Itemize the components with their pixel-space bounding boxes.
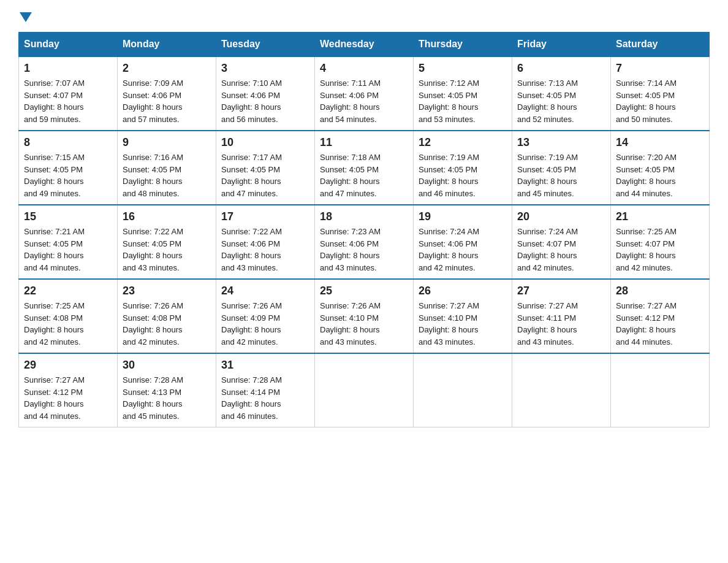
day-number: 23 (123, 285, 211, 297)
week-row-4: 22 Sunrise: 7:25 AM Sunset: 4:08 PM Dayl… (19, 279, 710, 353)
day-number: 22 (24, 285, 112, 297)
day-number: 18 (320, 210, 408, 223)
day-info: Sunrise: 7:13 AM Sunset: 4:05 PM Dayligh… (517, 77, 605, 125)
day-number: 14 (616, 136, 704, 149)
day-number: 7 (616, 62, 704, 75)
day-number: 28 (616, 285, 704, 297)
day-info: Sunrise: 7:28 AM Sunset: 4:14 PM Dayligh… (221, 374, 309, 422)
dow-header-monday: Monday (118, 33, 216, 57)
calendar-cell: 21 Sunrise: 7:25 AM Sunset: 4:07 PM Dayl… (611, 205, 710, 279)
day-number: 10 (221, 136, 309, 149)
day-info: Sunrise: 7:25 AM Sunset: 4:08 PM Dayligh… (24, 300, 112, 348)
dow-header-tuesday: Tuesday (216, 33, 315, 57)
day-info: Sunrise: 7:27 AM Sunset: 4:11 PM Dayligh… (517, 300, 605, 348)
calendar-cell (315, 353, 414, 427)
calendar-cell: 29 Sunrise: 7:27 AM Sunset: 4:12 PM Dayl… (19, 353, 118, 427)
dow-header-friday: Friday (512, 33, 611, 57)
day-number: 24 (221, 285, 309, 297)
dow-header-saturday: Saturday (611, 33, 710, 57)
calendar-cell: 17 Sunrise: 7:22 AM Sunset: 4:06 PM Dayl… (216, 205, 315, 279)
day-info: Sunrise: 7:14 AM Sunset: 4:05 PM Dayligh… (616, 77, 704, 125)
calendar-cell: 9 Sunrise: 7:16 AM Sunset: 4:05 PM Dayli… (118, 131, 216, 205)
day-info: Sunrise: 7:27 AM Sunset: 4:10 PM Dayligh… (419, 300, 507, 348)
day-info: Sunrise: 7:16 AM Sunset: 4:05 PM Dayligh… (123, 151, 211, 199)
calendar-cell: 25 Sunrise: 7:26 AM Sunset: 4:10 PM Dayl… (315, 279, 414, 353)
calendar-cell: 26 Sunrise: 7:27 AM Sunset: 4:10 PM Dayl… (414, 279, 512, 353)
day-info: Sunrise: 7:26 AM Sunset: 4:08 PM Dayligh… (123, 300, 211, 348)
calendar-cell: 7 Sunrise: 7:14 AM Sunset: 4:05 PM Dayli… (611, 56, 710, 131)
calendar-cell: 16 Sunrise: 7:22 AM Sunset: 4:05 PM Dayl… (118, 205, 216, 279)
days-of-week-row: SundayMondayTuesdayWednesdayThursdayFrid… (19, 33, 710, 57)
day-info: Sunrise: 7:09 AM Sunset: 4:06 PM Dayligh… (123, 77, 211, 125)
day-info: Sunrise: 7:19 AM Sunset: 4:05 PM Dayligh… (517, 151, 605, 199)
day-number: 8 (24, 136, 112, 149)
week-row-3: 15 Sunrise: 7:21 AM Sunset: 4:05 PM Dayl… (19, 205, 710, 279)
day-number: 20 (517, 210, 605, 223)
calendar-cell: 10 Sunrise: 7:17 AM Sunset: 4:05 PM Dayl… (216, 131, 315, 205)
day-info: Sunrise: 7:28 AM Sunset: 4:13 PM Dayligh… (123, 374, 211, 422)
calendar-cell: 22 Sunrise: 7:25 AM Sunset: 4:08 PM Dayl… (19, 279, 118, 353)
calendar-body: 1 Sunrise: 7:07 AM Sunset: 4:07 PM Dayli… (19, 56, 710, 427)
day-info: Sunrise: 7:19 AM Sunset: 4:05 PM Dayligh… (419, 151, 507, 199)
day-number: 13 (517, 136, 605, 149)
day-info: Sunrise: 7:10 AM Sunset: 4:06 PM Dayligh… (221, 77, 309, 125)
day-info: Sunrise: 7:20 AM Sunset: 4:05 PM Dayligh… (616, 151, 704, 199)
calendar-cell: 27 Sunrise: 7:27 AM Sunset: 4:11 PM Dayl… (512, 279, 611, 353)
calendar-cell: 15 Sunrise: 7:21 AM Sunset: 4:05 PM Dayl… (19, 205, 118, 279)
day-number: 12 (419, 136, 507, 149)
day-info: Sunrise: 7:25 AM Sunset: 4:07 PM Dayligh… (616, 226, 704, 274)
calendar-cell: 20 Sunrise: 7:24 AM Sunset: 4:07 PM Dayl… (512, 205, 611, 279)
calendar-cell: 6 Sunrise: 7:13 AM Sunset: 4:05 PM Dayli… (512, 56, 611, 131)
day-info: Sunrise: 7:24 AM Sunset: 4:07 PM Dayligh… (517, 226, 605, 274)
calendar-cell: 19 Sunrise: 7:24 AM Sunset: 4:06 PM Dayl… (414, 205, 512, 279)
day-number: 15 (24, 210, 112, 223)
day-info: Sunrise: 7:11 AM Sunset: 4:06 PM Dayligh… (320, 77, 408, 125)
calendar-cell: 31 Sunrise: 7:28 AM Sunset: 4:14 PM Dayl… (216, 353, 315, 427)
calendar-cell: 14 Sunrise: 7:20 AM Sunset: 4:05 PM Dayl… (611, 131, 710, 205)
day-number: 31 (221, 359, 309, 372)
calendar-cell: 4 Sunrise: 7:11 AM Sunset: 4:06 PM Dayli… (315, 56, 414, 131)
day-info: Sunrise: 7:24 AM Sunset: 4:06 PM Dayligh… (419, 226, 507, 274)
calendar-cell: 11 Sunrise: 7:18 AM Sunset: 4:05 PM Dayl… (315, 131, 414, 205)
calendar-cell (611, 353, 710, 427)
day-number: 2 (123, 62, 211, 75)
day-number: 27 (517, 285, 605, 297)
logo-triangle-icon (20, 12, 32, 22)
week-row-2: 8 Sunrise: 7:15 AM Sunset: 4:05 PM Dayli… (19, 131, 710, 205)
calendar-cell: 28 Sunrise: 7:27 AM Sunset: 4:12 PM Dayl… (611, 279, 710, 353)
calendar-cell: 13 Sunrise: 7:19 AM Sunset: 4:05 PM Dayl… (512, 131, 611, 205)
week-row-1: 1 Sunrise: 7:07 AM Sunset: 4:07 PM Dayli… (19, 56, 710, 131)
page-header (18, 12, 710, 22)
calendar-cell: 2 Sunrise: 7:09 AM Sunset: 4:06 PM Dayli… (118, 56, 216, 131)
day-number: 5 (419, 62, 507, 75)
calendar-cell (512, 353, 611, 427)
day-number: 9 (123, 136, 211, 149)
calendar-cell: 8 Sunrise: 7:15 AM Sunset: 4:05 PM Dayli… (19, 131, 118, 205)
day-info: Sunrise: 7:26 AM Sunset: 4:10 PM Dayligh… (320, 300, 408, 348)
day-info: Sunrise: 7:22 AM Sunset: 4:05 PM Dayligh… (123, 226, 211, 274)
calendar-cell: 30 Sunrise: 7:28 AM Sunset: 4:13 PM Dayl… (118, 353, 216, 427)
week-row-5: 29 Sunrise: 7:27 AM Sunset: 4:12 PM Dayl… (19, 353, 710, 427)
day-info: Sunrise: 7:15 AM Sunset: 4:05 PM Dayligh… (24, 151, 112, 199)
day-number: 17 (221, 210, 309, 223)
day-info: Sunrise: 7:17 AM Sunset: 4:05 PM Dayligh… (221, 151, 309, 199)
day-info: Sunrise: 7:27 AM Sunset: 4:12 PM Dayligh… (616, 300, 704, 348)
calendar-cell: 18 Sunrise: 7:23 AM Sunset: 4:06 PM Dayl… (315, 205, 414, 279)
day-info: Sunrise: 7:12 AM Sunset: 4:05 PM Dayligh… (419, 77, 507, 125)
dow-header-thursday: Thursday (414, 33, 512, 57)
day-number: 26 (419, 285, 507, 297)
day-info: Sunrise: 7:21 AM Sunset: 4:05 PM Dayligh… (24, 226, 112, 274)
calendar-cell: 1 Sunrise: 7:07 AM Sunset: 4:07 PM Dayli… (19, 56, 118, 131)
day-number: 6 (517, 62, 605, 75)
day-info: Sunrise: 7:26 AM Sunset: 4:09 PM Dayligh… (221, 300, 309, 348)
day-number: 3 (221, 62, 309, 75)
day-number: 29 (24, 359, 112, 372)
dow-header-sunday: Sunday (19, 33, 118, 57)
day-info: Sunrise: 7:07 AM Sunset: 4:07 PM Dayligh… (24, 77, 112, 125)
day-info: Sunrise: 7:18 AM Sunset: 4:05 PM Dayligh… (320, 151, 408, 199)
day-number: 4 (320, 62, 408, 75)
day-info: Sunrise: 7:23 AM Sunset: 4:06 PM Dayligh… (320, 226, 408, 274)
day-number: 19 (419, 210, 507, 223)
calendar-cell: 23 Sunrise: 7:26 AM Sunset: 4:08 PM Dayl… (118, 279, 216, 353)
day-number: 11 (320, 136, 408, 149)
